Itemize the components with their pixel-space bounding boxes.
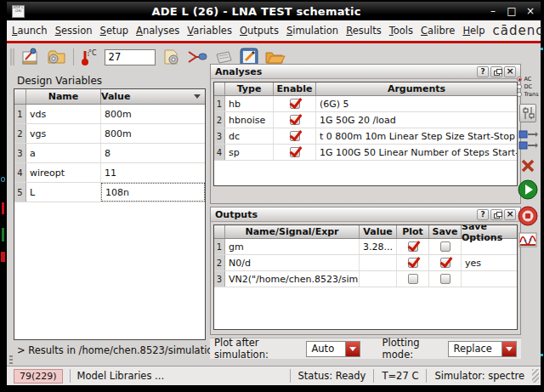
resize-grip[interactable] bbox=[532, 369, 539, 383]
close-icon[interactable]: × bbox=[525, 3, 536, 19]
dv-row[interactable]: 2 vgs 800m bbox=[14, 124, 205, 144]
temperature-input[interactable] bbox=[105, 49, 156, 65]
splitter-handle[interactable] bbox=[9, 355, 13, 364]
setup-outputs-icon[interactable] bbox=[518, 128, 538, 152]
enable-checkbox[interactable] bbox=[290, 147, 300, 157]
analyses-panel-titlebar[interactable]: Analyses bbox=[211, 65, 520, 79]
save-checkbox[interactable] bbox=[440, 241, 450, 252]
plot-checkbox[interactable] bbox=[408, 258, 418, 268]
edge-artifact bbox=[1, 252, 5, 262]
plotting-mode-dropdown[interactable]: Replace bbox=[448, 341, 517, 357]
outputs-panel-titlebar[interactable]: Outputs bbox=[211, 207, 520, 222]
stop-simulation-icon[interactable] bbox=[518, 206, 538, 226]
close-panel-icon[interactable] bbox=[504, 209, 516, 220]
title-bar[interactable]: ADE L (26) ADE L (26) - LNA TEST schemat… bbox=[7, 2, 541, 20]
run-simulation-icon[interactable] bbox=[518, 179, 538, 200]
output-row[interactable]: 3 VN2("/home/chen.8523/sim... bbox=[214, 271, 517, 287]
menu-session[interactable]: Session bbox=[55, 25, 93, 37]
test-setup-icon[interactable] bbox=[20, 48, 41, 66]
minimize-icon[interactable]: – bbox=[488, 3, 498, 19]
out-col-save-options[interactable]: Save Options bbox=[462, 225, 517, 238]
help-icon[interactable] bbox=[477, 66, 489, 77]
dv-col-name[interactable]: Name bbox=[26, 89, 101, 104]
out-col-plot[interactable]: Plot bbox=[397, 225, 429, 238]
enable-checkbox[interactable] bbox=[290, 115, 300, 125]
analysis-row[interactable]: 4 sp 1G 100G 50 Linear Number of Steps S… bbox=[214, 145, 517, 161]
edge-artifact bbox=[2, 202, 4, 214]
menu-calibre[interactable]: Calibre bbox=[421, 25, 455, 37]
an-col-type[interactable]: Type bbox=[225, 82, 274, 95]
menu-analyses[interactable]: Analyses bbox=[136, 25, 179, 37]
float-panel-icon[interactable] bbox=[490, 66, 502, 77]
design-variables-table: Name Value 1 vds 800m 2 vgs 800m 3 a 8 bbox=[14, 88, 206, 340]
simulator-name: Simulator: spectre bbox=[426, 369, 532, 383]
enable-checkbox[interactable] bbox=[290, 131, 300, 141]
plot-controls: Plot after simulation: Auto Plotting mod… bbox=[210, 338, 521, 359]
output-row[interactable]: 2 N0/d yes bbox=[214, 255, 517, 271]
save-checkbox[interactable] bbox=[440, 274, 450, 284]
menu-launch[interactable]: Launch bbox=[12, 25, 48, 37]
radio-trans[interactable] bbox=[517, 92, 522, 97]
save-checkbox[interactable] bbox=[440, 258, 450, 268]
enable-checkbox[interactable] bbox=[290, 99, 300, 109]
edge-artifact bbox=[2, 228, 4, 241]
statusbar-divider bbox=[70, 369, 71, 383]
analysis-row[interactable]: 1 hb (6G) 5 bbox=[214, 96, 517, 112]
menu-setup[interactable]: Setup bbox=[100, 25, 129, 37]
dv-row[interactable]: 5 L 108n bbox=[14, 183, 205, 202]
out-col-name[interactable]: Name/Signal/Expr bbox=[225, 225, 360, 238]
radio-dc[interactable] bbox=[517, 84, 522, 89]
float-panel-icon[interactable] bbox=[490, 209, 502, 220]
window-title: ADE L (26) - LNA TEST schematic bbox=[25, 5, 488, 18]
node-probe-icon[interactable] bbox=[186, 49, 208, 65]
dv-value-edit-cell[interactable]: 108n bbox=[101, 183, 205, 202]
menu-simulation[interactable]: Simulation bbox=[286, 25, 338, 37]
delete-icon[interactable] bbox=[520, 158, 536, 173]
an-col-arguments[interactable]: Arguments bbox=[316, 82, 517, 95]
plot-checkbox[interactable] bbox=[408, 274, 418, 284]
toolbar-separator bbox=[73, 48, 74, 65]
menu-tools[interactable]: Tools bbox=[389, 25, 413, 37]
out-col-value[interactable]: Value bbox=[360, 225, 397, 238]
session-options-icon[interactable] bbox=[47, 48, 67, 65]
sort-descending-icon[interactable] bbox=[194, 94, 201, 102]
help-icon[interactable] bbox=[477, 209, 489, 220]
netlist-icon[interactable] bbox=[214, 50, 234, 65]
dropdown-arrow-icon[interactable] bbox=[502, 342, 516, 356]
dv-row[interactable]: 4 wireopt 11 bbox=[14, 163, 205, 183]
choose-analyses-icon[interactable] bbox=[519, 104, 536, 122]
menu-help[interactable]: Help bbox=[462, 25, 484, 37]
out-col-save[interactable]: Save bbox=[429, 225, 462, 238]
menu-variables[interactable]: Variables bbox=[187, 25, 232, 37]
menu-outputs[interactable]: Outputs bbox=[240, 25, 279, 37]
plot-outputs-icon[interactable] bbox=[518, 232, 537, 247]
simulator-status: Status: Ready bbox=[290, 369, 374, 383]
radio-ac[interactable] bbox=[517, 77, 522, 82]
window-icon: ADE L (26) bbox=[12, 5, 25, 18]
output-row[interactable]: 1 gm 3.28... bbox=[214, 239, 517, 255]
outputs-panel: Outputs Name/Signal/Expr Value Plot Save… bbox=[210, 207, 521, 335]
temperature-status: T=27 C bbox=[373, 369, 426, 383]
analysis-row[interactable]: 3 dc t 0 800m 10m Linear Step Size Start… bbox=[214, 128, 517, 145]
toolbar-drag-handle[interactable] bbox=[10, 48, 14, 65]
dv-row[interactable]: 1 vds 800m bbox=[14, 105, 205, 124]
plot-checkbox[interactable] bbox=[408, 241, 418, 252]
maximize-icon[interactable]: □ bbox=[507, 3, 517, 19]
status-message: Model Libraries ... bbox=[77, 370, 164, 382]
simulation-options-icon[interactable] bbox=[162, 48, 180, 65]
dv-col-value[interactable]: Value bbox=[101, 89, 205, 104]
message-count-badge[interactable]: 79(229) bbox=[14, 369, 63, 383]
ade-window: ADE L (26) ADE L (26) - LNA TEST schemat… bbox=[7, 2, 541, 385]
open-folder-icon[interactable] bbox=[264, 49, 286, 65]
analysis-type-radio-group[interactable]: AC DC Trans bbox=[517, 76, 538, 98]
dv-row[interactable]: 3 a 8 bbox=[14, 144, 205, 163]
analysis-row[interactable]: 2 hbnoise 1G 50G 20 /load bbox=[214, 112, 517, 128]
edge-artifact bbox=[541, 354, 543, 356]
menu-results[interactable]: Results bbox=[346, 25, 382, 37]
an-col-enable[interactable]: Enable bbox=[274, 82, 316, 95]
design-variables-title: Design Variables bbox=[17, 75, 102, 87]
status-bar: 79(229) Model Libraries ... Status: Read… bbox=[7, 366, 541, 385]
plot-after-dropdown[interactable]: Auto bbox=[306, 341, 360, 357]
close-panel-icon[interactable] bbox=[504, 66, 516, 77]
dropdown-arrow-icon[interactable] bbox=[345, 342, 360, 356]
